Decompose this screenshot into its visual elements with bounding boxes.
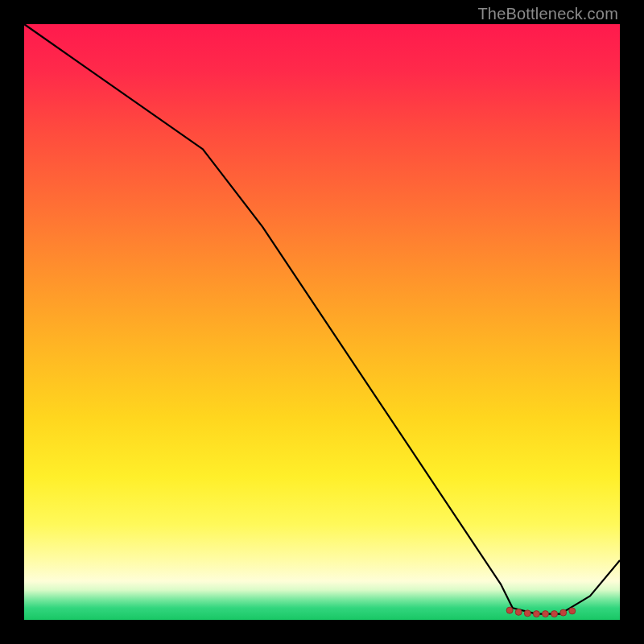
marker-dot	[524, 610, 530, 617]
watermark-text: TheBottleneck.com	[477, 5, 618, 23]
marker-dot	[533, 611, 539, 617]
marker-dot	[515, 609, 522, 615]
bottleneck-curve	[24, 24, 620, 614]
marker-dot	[569, 608, 576, 614]
chart-overlay	[24, 24, 620, 620]
chart-frame: TheBottleneck.com	[0, 0, 644, 644]
marker-dot	[560, 609, 567, 616]
marker-dot	[543, 611, 549, 617]
marker-dot	[506, 607, 513, 613]
marker-dot	[551, 611, 558, 617]
